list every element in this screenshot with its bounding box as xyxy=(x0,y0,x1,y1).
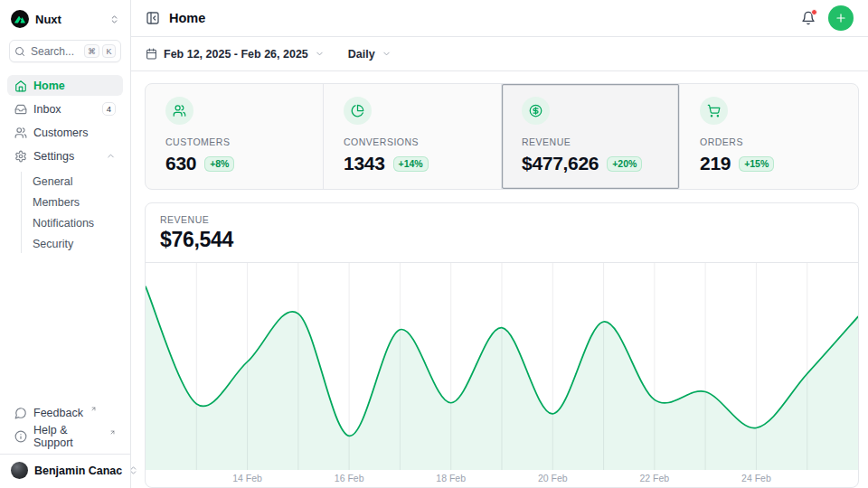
chart-x-tick-label: 22 Feb xyxy=(639,473,669,483)
stat-label: CONVERSIONS xyxy=(344,136,481,147)
stat-delta-badge: +20% xyxy=(607,156,642,172)
main-area: Home Feb 12, 2025 - Feb 26, 2025 Daily xyxy=(131,0,868,488)
sidebar-item-label: Customers xyxy=(33,127,88,139)
sidebar-spacer xyxy=(7,253,123,402)
info-circle-icon xyxy=(14,430,27,443)
sidebar-item-notifications[interactable]: Notifications xyxy=(25,213,123,232)
kbd-k: K xyxy=(102,44,116,58)
calendar-icon xyxy=(146,48,157,60)
stat-label: REVENUE xyxy=(522,136,659,147)
cart-icon xyxy=(700,97,728,125)
date-range-label: Feb 12, 2025 - Feb 26, 2025 xyxy=(164,48,308,61)
top-header: Home xyxy=(131,0,868,37)
stat-value: $477,626 xyxy=(522,153,599,174)
granularity-label: Daily xyxy=(348,48,375,61)
chart-x-tick-label: 14 Feb xyxy=(232,473,262,483)
sidebar-item-label: Help & Support xyxy=(33,424,102,449)
external-link-icon xyxy=(90,406,97,412)
stat-value: 630 xyxy=(165,153,196,174)
workspace-selector[interactable]: Nuxt xyxy=(7,7,123,31)
chart-x-tick-label: 18 Feb xyxy=(436,473,466,483)
kbd-meta: ⌘ xyxy=(84,44,99,58)
sidebar-footer: Feedback Help & Support xyxy=(7,402,123,446)
chevron-down-icon xyxy=(382,49,392,59)
stat-card-revenue[interactable]: REVENUE $477,626 +20% xyxy=(502,84,680,189)
stat-delta-badge: +15% xyxy=(739,156,774,172)
sidebar-item-feedback[interactable]: Feedback xyxy=(7,402,123,423)
sidebar-item-home[interactable]: Home xyxy=(7,75,123,96)
chart-x-tick-label: 24 Feb xyxy=(741,473,771,483)
chart-x-axis: 14 Feb16 Feb18 Feb20 Feb22 Feb24 Feb xyxy=(146,470,858,487)
sidebar-item-customers[interactable]: Customers xyxy=(7,122,123,143)
sidebar-item-help-support[interactable]: Help & Support xyxy=(7,426,123,446)
search-placeholder: Search... xyxy=(31,45,74,58)
sidebar-item-label: Inbox xyxy=(33,103,61,116)
chevron-down-icon xyxy=(315,49,325,59)
date-range-picker[interactable]: Feb 12, 2025 - Feb 26, 2025 xyxy=(146,48,325,61)
sidebar-item-security[interactable]: Security xyxy=(25,234,123,253)
user-avatar xyxy=(11,462,28,479)
stat-label: ORDERS xyxy=(700,136,838,147)
sidebar: Nuxt Search... ⌘ K Home Inbox 4 xyxy=(0,0,131,488)
users-icon xyxy=(165,97,193,125)
granularity-select[interactable]: Daily xyxy=(348,48,392,61)
user-menu[interactable]: Benjamin Canac xyxy=(0,454,130,484)
sidebar-item-label: Feedback xyxy=(33,407,83,419)
sidebar-item-inbox[interactable]: Inbox 4 xyxy=(7,99,123,119)
stat-card-orders[interactable]: ORDERS 219 +15% xyxy=(680,84,858,189)
header-actions xyxy=(801,5,854,31)
user-name: Benjamin Canac xyxy=(34,465,122,477)
notification-dot xyxy=(811,9,817,15)
chevrons-up-down-icon xyxy=(109,14,119,24)
sidebar-item-settings[interactable]: Settings xyxy=(7,145,123,166)
chart-x-tick-label: 16 Feb xyxy=(335,473,364,483)
gear-icon xyxy=(14,150,27,163)
stat-label: CUSTOMERS xyxy=(165,136,303,147)
chart-x-tick-label: 20 Feb xyxy=(538,473,568,483)
circle-dollar-icon xyxy=(522,97,550,125)
stat-delta-badge: +14% xyxy=(393,156,429,172)
stat-card-customers[interactable]: CUSTOMERS 630 +8% xyxy=(146,84,324,189)
chart-current-value: $76,544 xyxy=(160,228,844,252)
filters-toolbar: Feb 12, 2025 - Feb 26, 2025 Daily xyxy=(131,37,868,71)
chart-plot-area[interactable] xyxy=(146,263,858,470)
external-link-icon xyxy=(109,429,116,436)
settings-submenu: General Members Notifications Security xyxy=(21,172,123,253)
stat-value: 1343 xyxy=(344,153,385,174)
sidebar-item-members[interactable]: Members xyxy=(25,192,123,211)
panel-collapse-icon[interactable] xyxy=(146,11,160,25)
add-button[interactable] xyxy=(828,5,854,31)
inbox-icon xyxy=(14,103,27,116)
message-circle-icon xyxy=(14,407,27,419)
sidebar-nav: Home Inbox 4 Customers Settings Genera xyxy=(7,75,123,253)
inbox-count-badge: 4 xyxy=(102,102,116,116)
home-icon xyxy=(14,80,27,92)
stat-value: 219 xyxy=(700,153,731,174)
pie-chart-icon xyxy=(344,97,372,125)
workspace-name: Nuxt xyxy=(35,13,61,26)
dashboard-content: CUSTOMERS 630 +8% CONVERSIONS 1343 +14% xyxy=(131,71,868,488)
sidebar-item-label: Home xyxy=(33,80,65,92)
revenue-chart-card: REVENUE $76,544 14 Feb16 Feb18 Feb20 Feb… xyxy=(145,202,859,488)
search-shortcut: ⌘ K xyxy=(84,44,116,58)
stats-cards: CUSTOMERS 630 +8% CONVERSIONS 1343 +14% xyxy=(145,83,859,190)
chart-header: REVENUE $76,544 xyxy=(146,203,858,263)
nuxt-logo-icon xyxy=(11,10,29,28)
sidebar-item-general[interactable]: General xyxy=(25,172,123,191)
sidebar-item-label: Settings xyxy=(33,150,74,163)
search-input[interactable]: Search... ⌘ K xyxy=(9,40,121,62)
chart-title: REVENUE xyxy=(160,214,844,225)
page-title: Home xyxy=(169,11,205,25)
stat-delta-badge: +8% xyxy=(204,156,234,172)
stat-card-conversions[interactable]: CONVERSIONS 1343 +14% xyxy=(324,84,502,189)
chevron-up-icon xyxy=(106,151,116,161)
users-icon xyxy=(14,127,27,139)
revenue-chart-svg xyxy=(146,263,858,470)
notifications-bell-icon[interactable] xyxy=(801,11,816,25)
search-icon xyxy=(14,46,25,57)
